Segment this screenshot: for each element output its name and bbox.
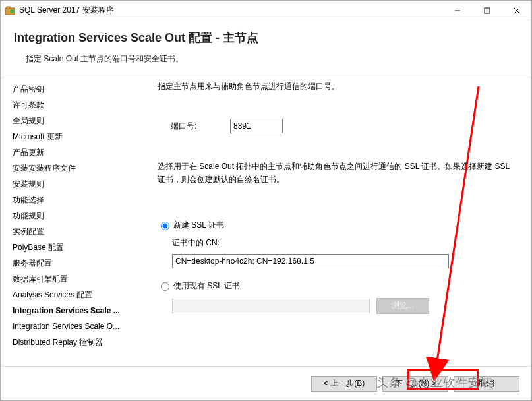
page-subtitle: 指定 Scale Out 主节点的端口号和安全证书。	[26, 53, 518, 65]
browse-button: 浏览...	[376, 298, 429, 314]
sidebar: 产品密钥许可条款全局规则Microsoft 更新产品更新安装安装程序文件安装规则…	[1, 77, 139, 366]
sidebar-item[interactable]: 安装规则	[13, 176, 133, 192]
maximize-button[interactable]	[472, 1, 502, 20]
radio-new-ssl-input[interactable]	[161, 222, 169, 230]
port-description: 指定主节点用来与辅助角色节点进行通信的端口号。	[158, 81, 518, 92]
ssl-description: 选择用于在 Scale Out 拓扑中的主节点和辅助角色节点之间进行通信的 SS…	[158, 160, 518, 187]
cn-input[interactable]	[172, 254, 449, 268]
radio-existing-ssl-input[interactable]	[161, 282, 169, 291]
radio-existing-ssl-label: 使用现有 SSL 证书	[173, 280, 240, 292]
radio-new-ssl[interactable]: 新建 SSL 证书	[158, 220, 518, 231]
back-button[interactable]: < 上一步(B)	[311, 376, 377, 392]
sidebar-item[interactable]: Distributed Replay 控制器	[13, 334, 133, 350]
cn-label: 证书中的 CN:	[172, 237, 518, 249]
close-button[interactable]	[502, 1, 531, 20]
content-pane: 指定主节点用来与辅助角色节点进行通信的端口号。 端口号: 选择用于在 Scale…	[139, 77, 531, 366]
svg-point-2	[10, 9, 14, 13]
minimize-button[interactable]	[442, 1, 472, 20]
cancel-button[interactable]: 取消	[454, 376, 519, 392]
sidebar-item[interactable]: Analysis Services 配置	[13, 287, 133, 303]
radio-new-ssl-label: 新建 SSL 证书	[173, 220, 224, 231]
sidebar-item[interactable]: 数据库引擎配置	[13, 271, 133, 287]
svg-rect-1	[7, 7, 10, 9]
sidebar-item[interactable]: 功能规则	[13, 208, 133, 224]
window-title: SQL Server 2017 安装程序	[19, 5, 442, 16]
titlebar: SQL Server 2017 安装程序	[1, 1, 531, 20]
sidebar-item[interactable]: Integration Services Scale O...	[13, 319, 133, 334]
svg-rect-4	[485, 8, 490, 13]
existing-cert-input	[172, 299, 370, 313]
sidebar-item[interactable]: 实例配置	[13, 224, 133, 239]
port-label: 端口号:	[171, 121, 230, 132]
wizard-footer: < 上一步(B) 下一步(N) > 取消	[1, 366, 531, 400]
radio-existing-ssl[interactable]: 使用现有 SSL 证书	[158, 280, 518, 292]
port-input[interactable]	[230, 119, 283, 133]
sidebar-item[interactable]: 服务器配置	[13, 255, 133, 271]
sidebar-item[interactable]: Microsoft 更新	[13, 129, 133, 144]
page-title: Integration Services Scale Out 配置 - 主节点	[14, 30, 518, 46]
sidebar-item[interactable]: 安装安装程序文件	[13, 160, 133, 176]
app-icon	[5, 5, 15, 16]
sidebar-item[interactable]: 全局规则	[13, 113, 133, 129]
sidebar-item[interactable]: 产品更新	[13, 144, 133, 160]
sidebar-item[interactable]: 功能选择	[13, 192, 133, 208]
page-header: Integration Services Scale Out 配置 - 主节点 …	[1, 20, 531, 77]
sidebar-item[interactable]: 许可条款	[13, 97, 133, 113]
sidebar-item[interactable]: Integration Services Scale ...	[13, 303, 133, 319]
next-button[interactable]: 下一步(N) >	[382, 376, 448, 392]
sidebar-item[interactable]: PolyBase 配置	[13, 239, 133, 255]
sidebar-item[interactable]: 产品密钥	[13, 81, 133, 97]
